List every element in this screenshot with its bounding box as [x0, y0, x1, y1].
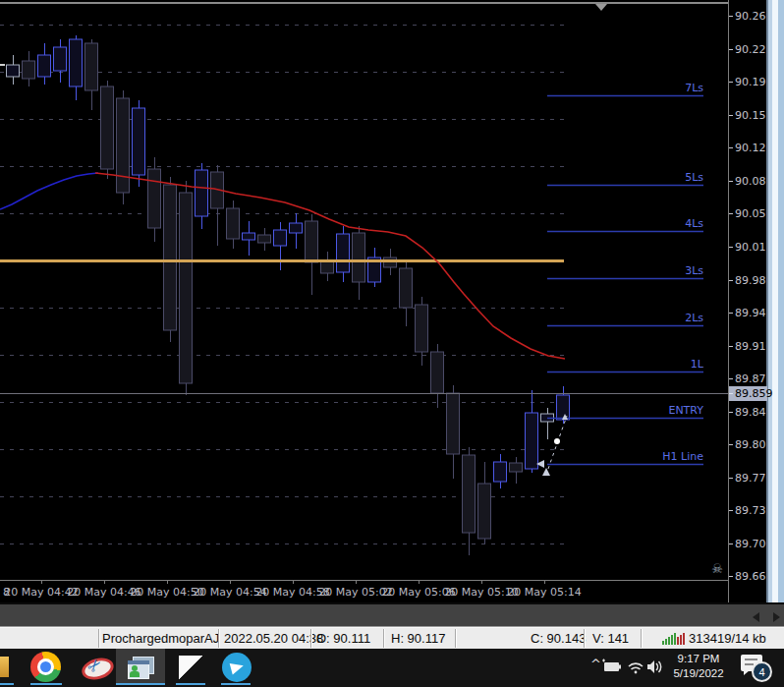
price-tick-label: 90.225: [729, 42, 767, 56]
candle: [306, 214, 318, 295]
high-value: H: 90.117: [391, 631, 445, 646]
status-separator: [641, 629, 643, 648]
price-tick-label: 90.050: [729, 206, 767, 220]
time-label: 20 May 05:14: [507, 586, 581, 599]
candle: [526, 390, 538, 473]
candle: [510, 457, 523, 484]
taskbar-snipping-tool-button[interactable]: ✂: [77, 649, 116, 685]
candle: [321, 252, 334, 281]
candle: [196, 163, 208, 229]
level-label: 1L: [691, 358, 704, 371]
candle: [368, 248, 381, 287]
candle: [478, 462, 491, 544]
notification-badge: 4: [752, 661, 772, 682]
taskbar-chrome-button[interactable]: [24, 649, 67, 685]
candle-body: [353, 233, 365, 282]
candle: [258, 228, 271, 251]
wifi-icon[interactable]: [629, 663, 643, 673]
candle-body: [85, 43, 98, 90]
candle: [243, 221, 255, 256]
candle: [494, 454, 507, 488]
level-label: H1 Line: [662, 450, 703, 463]
tray-expand-icon[interactable]: ^: [590, 657, 601, 671]
candle-body: [306, 221, 318, 262]
candle: [180, 181, 193, 395]
candle: [148, 157, 161, 242]
scroll-right-icon[interactable]: [773, 612, 780, 622]
chart-top-border: [0, 2, 767, 4]
candle-body: [117, 98, 130, 193]
candle: [431, 344, 444, 408]
candle: [85, 39, 98, 110]
candle: [38, 43, 51, 85]
close-value: C: 90.143: [531, 631, 586, 646]
metatrader-icon: [128, 657, 153, 678]
candle-body: [54, 47, 67, 71]
candle-body: [227, 208, 240, 239]
candle-body: [526, 413, 538, 469]
status-bar: ProchargedmoparAJ 2022.05.20 04:38 O: 90…: [0, 626, 784, 650]
candle-body: [243, 233, 255, 240]
candle: [133, 100, 145, 187]
price-tick-label: 89.945: [729, 306, 767, 319]
speaker-icon[interactable]: [647, 660, 661, 673]
price-tick-label: 90.190: [729, 75, 767, 88]
price-tick-label: 89.910: [729, 339, 767, 353]
candle-body: [101, 86, 114, 169]
candle-body: [148, 169, 161, 228]
price-tick-label: 90.120: [729, 141, 767, 154]
candle-body: [337, 234, 350, 272]
active-app-indicator: [116, 683, 165, 685]
candle: [447, 385, 460, 479]
candle-body: [557, 395, 570, 420]
chart-shift-marker-icon: [595, 4, 607, 11]
price-tick-label: 89.840: [729, 405, 767, 419]
candle-body: [164, 185, 177, 330]
scroll-left-icon[interactable]: [753, 612, 759, 622]
trendline-dot: [554, 438, 560, 444]
candle-body: [463, 455, 476, 533]
system-tray-icons[interactable]: [601, 658, 666, 676]
level-label: 3Ls: [685, 264, 703, 277]
ma-blue-line: [0, 173, 98, 209]
taskbar-telegram-button[interactable]: [218, 649, 255, 685]
snipping-tool-icon: ✂: [81, 654, 112, 681]
bar-datetime: 2022.05.20 04:38: [224, 631, 323, 646]
candle-body: [70, 39, 83, 86]
candle: [101, 81, 114, 179]
account-name: ProchargedmoparAJ: [102, 631, 219, 646]
taskbar-notes-button[interactable]: [173, 649, 208, 685]
price-scale[interactable]: 90.26090.22590.19090.15590.12090.08590.0…: [728, 0, 767, 602]
price-tick-label: 90.260: [729, 9, 767, 23]
battery-icon[interactable]: [602, 659, 621, 672]
candle: [463, 447, 476, 555]
window-edge: [766, 0, 784, 602]
candle-body: [258, 235, 271, 243]
traffic-counter: 313419/14 kb: [689, 631, 766, 646]
open-app-indicator: [221, 683, 251, 685]
volume-value: V: 141: [592, 631, 629, 646]
buy-arrow-icon: [542, 468, 550, 476]
level-label: ENTRY: [668, 404, 703, 417]
taskbar-clock[interactable]: 9:17 PM 5/19/2022: [668, 652, 729, 681]
candle-body: [447, 393, 460, 454]
telegram-icon: [222, 653, 252, 682]
price-tick-label: 90.085: [729, 174, 767, 188]
candle: [290, 213, 303, 249]
candle: [274, 222, 287, 270]
candle: [337, 226, 350, 282]
taskbar-metatrader-button[interactable]: [116, 649, 165, 685]
candle-body: [180, 193, 193, 383]
price-chart[interactable]: 7Ls5Ls4Ls3Ls2Ls1LENTRYH1 Line820 May 04:…: [0, 0, 728, 602]
status-separator: [310, 629, 312, 648]
candle: [7, 55, 20, 85]
open-app-indicator: [30, 683, 62, 685]
candle-body: [494, 462, 507, 482]
candle: [117, 90, 130, 204]
current-price-box: 89.859: [729, 386, 767, 401]
file-explorer-icon[interactable]: [0, 657, 9, 677]
price-tick-label: 89.805: [729, 437, 767, 451]
candle: [54, 39, 67, 83]
candle-body: [478, 484, 491, 539]
price-tick-label: 89.665: [729, 569, 767, 583]
